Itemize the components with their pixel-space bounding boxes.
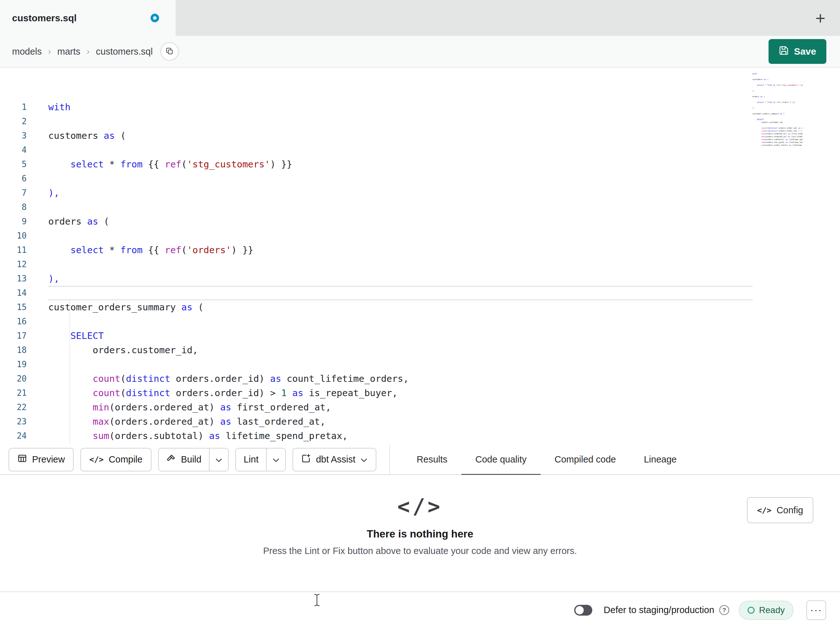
dbt-ide-window: customers.sql + models › marts › custome…	[0, 0, 840, 628]
line-number: 24	[0, 429, 27, 443]
line-number: 6	[0, 172, 27, 186]
empty-state-subtitle: Press the Lint or Fix button above to ev…	[0, 546, 840, 556]
ready-status-badge[interactable]: Ready	[739, 601, 794, 620]
code-line[interactable]: 7),	[0, 186, 840, 200]
lint-dropdown-button[interactable]	[266, 449, 285, 471]
tab-code-quality[interactable]: Code quality	[461, 445, 540, 475]
save-button[interactable]: Save	[769, 39, 826, 64]
line-number: 4	[0, 143, 27, 157]
breadcrumb-item-models[interactable]: models	[12, 46, 42, 57]
file-tab-customers-sql[interactable]: customers.sql	[0, 0, 175, 36]
line-number: 8	[0, 200, 27, 214]
code-line[interactable]: 10	[0, 229, 840, 243]
code-line[interactable]: 24 sum(orders.subtotal) as lifetime_spen…	[0, 429, 840, 443]
code-editor[interactable]: 1with23customers as (45 select * from {{…	[0, 68, 840, 445]
help-icon[interactable]: ?	[719, 605, 729, 615]
line-number: 14	[0, 286, 27, 300]
line-number: 17	[0, 329, 27, 343]
empty-state-title: There is nothing here	[0, 528, 840, 540]
save-floppy-icon	[779, 46, 789, 58]
code-line[interactable]: 4	[0, 143, 840, 157]
empty-state: </> There is nothing here Press the Lint…	[0, 492, 840, 556]
line-number: 13	[0, 272, 27, 286]
line-number: 25	[0, 443, 27, 445]
dbt-assist-button[interactable]: dbt Assist	[292, 448, 376, 471]
code-line[interactable]: 11 select * from {{ ref('orders') }}	[0, 243, 840, 257]
editor-minimap[interactable]: withcustomers as ( select * from {{ ref(…	[752, 72, 802, 148]
line-number: 11	[0, 243, 27, 257]
code-line[interactable]: 18 orders.customer_id,	[0, 343, 840, 358]
code-line[interactable]: 15customer_orders_summary as (	[0, 300, 840, 315]
breadcrumb: models › marts › customers.sql	[12, 46, 153, 57]
defer-toggle[interactable]	[574, 605, 592, 615]
chevron-down-icon	[273, 454, 279, 465]
code-line[interactable]: 20 count(distinct orders.order_id) as co…	[0, 372, 840, 386]
preview-button[interactable]: Preview	[9, 448, 74, 471]
breadcrumb-item-customers-sql[interactable]: customers.sql	[96, 46, 153, 57]
line-number: 2	[0, 114, 27, 129]
build-button[interactable]: Build	[159, 449, 209, 471]
line-number: 10	[0, 229, 27, 243]
chevron-down-icon	[215, 454, 222, 465]
code-line[interactable]: 6	[0, 172, 840, 186]
tab-lineage[interactable]: Lineage	[630, 445, 690, 475]
compile-button[interactable]: </> Compile	[81, 448, 152, 471]
code-line[interactable]: 14	[0, 286, 840, 300]
copy-file-button[interactable]	[160, 42, 179, 61]
more-options-button[interactable]: ···	[806, 600, 826, 620]
breadcrumb-item-marts[interactable]: marts	[57, 46, 81, 57]
code-brackets-icon: </>	[89, 455, 104, 464]
tab-results[interactable]: Results	[403, 445, 461, 475]
breadcrumb-separator: ›	[87, 47, 90, 57]
code-line[interactable]: 1with	[0, 100, 840, 114]
hammer-icon	[166, 454, 176, 465]
build-dropdown-button[interactable]	[209, 449, 228, 471]
code-line[interactable]: 13),	[0, 272, 840, 286]
status-ring-icon	[748, 607, 755, 614]
code-line[interactable]: 5 select * from {{ ref('stg_customers') …	[0, 157, 840, 172]
line-number: 12	[0, 257, 27, 272]
build-button-group: Build	[158, 448, 229, 471]
code-line[interactable]: 23 max(orders.ordered_at) as last_ordere…	[0, 414, 840, 429]
line-number: 3	[0, 129, 27, 143]
line-number: 20	[0, 372, 27, 386]
lint-button[interactable]: Lint	[236, 449, 266, 471]
code-line[interactable]: 2	[0, 114, 840, 129]
line-number: 1	[0, 100, 27, 114]
code-line[interactable]: 3customers as (	[0, 129, 840, 143]
result-panel-tabs: Results Code quality Compiled code Linea…	[403, 445, 691, 475]
line-number: 5	[0, 157, 27, 172]
compile-button-label: Compile	[109, 454, 142, 465]
line-number: 23	[0, 414, 27, 429]
line-number: 18	[0, 343, 27, 358]
code-line[interactable]: 8	[0, 200, 840, 214]
code-line[interactable]: 21 count(distinct orders.order_id) > 1 a…	[0, 386, 840, 400]
code-line[interactable]: 16	[0, 315, 840, 329]
editor-toolbar: Preview </> Compile Build	[0, 445, 840, 475]
code-line[interactable]: 22 min(orders.ordered_at) as first_order…	[0, 400, 840, 414]
code-line[interactable]: 19	[0, 358, 840, 372]
code-line[interactable]: 17 SELECT	[0, 329, 840, 343]
new-tab-button[interactable]: +	[815, 9, 826, 27]
save-button-label: Save	[794, 46, 816, 57]
line-number: 9	[0, 214, 27, 229]
breadcrumb-separator: ›	[48, 47, 51, 57]
code-line[interactable]: 9orders as (	[0, 214, 840, 229]
copy-icon	[165, 47, 174, 56]
toolbar-divider	[389, 445, 390, 475]
status-bar: Defer to staging/production ? Ready ···	[0, 592, 840, 628]
lint-button-label: Lint	[243, 454, 259, 465]
code-line[interactable]: 12	[0, 257, 840, 272]
build-button-label: Build	[181, 454, 202, 465]
tab-compiled-code[interactable]: Compiled code	[540, 445, 630, 475]
toggle-knob-icon	[575, 606, 584, 614]
chevron-down-icon	[360, 454, 368, 465]
defer-label: Defer to staging/production	[604, 605, 714, 615]
lint-button-group: Lint	[235, 448, 286, 471]
line-number: 7	[0, 186, 27, 200]
code-lines: 1with23customers as (45 select * from {{…	[0, 100, 840, 445]
table-icon	[17, 454, 27, 465]
sparkle-square-icon	[302, 454, 311, 465]
line-number: 16	[0, 315, 27, 329]
file-tab-label: customers.sql	[12, 13, 77, 24]
